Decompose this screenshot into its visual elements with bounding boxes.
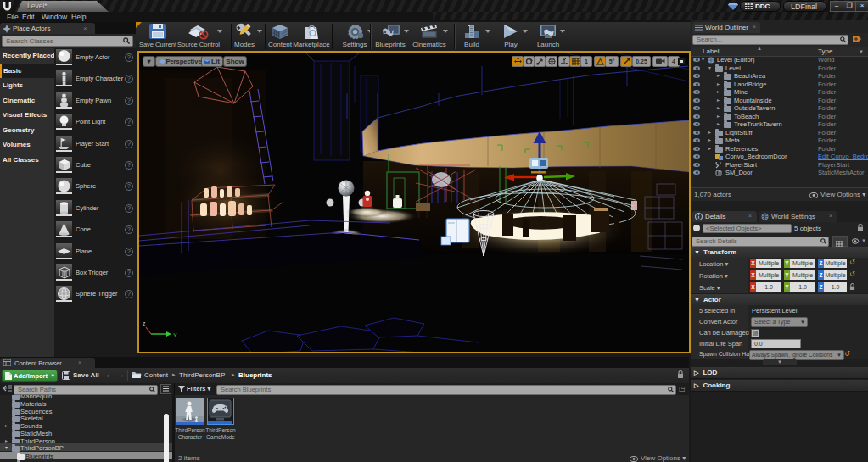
svg-text:Y: Y (173, 332, 177, 338)
svg-text:z: z (143, 320, 146, 326)
